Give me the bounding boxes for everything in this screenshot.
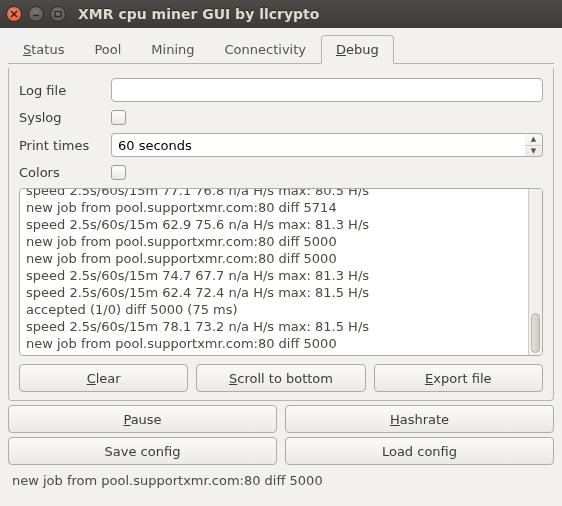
- log-scrollbar[interactable]: [528, 189, 542, 355]
- syslog-label: Syslog: [19, 110, 101, 125]
- log-line: speed 2.5s/60s/15m 62.9 75.6 n/a H/s max…: [26, 216, 522, 233]
- clear-button[interactable]: Clear: [19, 364, 188, 392]
- maximize-icon[interactable]: [50, 6, 66, 22]
- spin-down-icon[interactable]: ▼: [525, 146, 542, 157]
- log-line: new job from pool.supportxmr.com:80 diff…: [26, 250, 522, 267]
- tab-mining[interactable]: Mining: [136, 35, 209, 64]
- tab-pool[interactable]: Pool: [79, 35, 136, 64]
- debug-panel: Log file Syslog Print times ▲ ▼ Colors: [8, 68, 554, 401]
- logfile-label: Log file: [19, 83, 101, 98]
- scroll-bottom-button[interactable]: Scroll to bottom: [196, 364, 365, 392]
- svg-rect-0: [55, 12, 61, 17]
- save-config-button[interactable]: Save config: [8, 437, 277, 465]
- log-line: accepted (1/0) diff 5000 (75 ms): [26, 301, 522, 318]
- log-line: speed 2.5s/60s/15m 62.4 72.4 n/a H/s max…: [26, 284, 522, 301]
- tab-connectivity[interactable]: Connectivity: [210, 35, 321, 64]
- log-line: new job from pool.supportxmr.com:80 diff…: [26, 335, 522, 352]
- hashrate-button[interactable]: Hashrate: [285, 405, 554, 433]
- colors-label: Colors: [19, 165, 101, 180]
- tab-status[interactable]: Status: [8, 35, 79, 64]
- tab-debug[interactable]: Debug: [321, 35, 394, 64]
- window-title: XMR cpu miner GUI by llcrypto: [78, 6, 319, 22]
- statusbar: new job from pool.supportxmr.com:80 diff…: [8, 469, 554, 490]
- minimize-icon[interactable]: [28, 6, 44, 22]
- pause-button[interactable]: Pause: [8, 405, 277, 433]
- printtimes-label: Print times: [19, 138, 101, 153]
- logfile-input[interactable]: [111, 78, 543, 102]
- syslog-checkbox[interactable]: [111, 110, 126, 125]
- log-line: new job from pool.supportxmr.com:80 diff…: [26, 199, 522, 216]
- colors-checkbox[interactable]: [111, 165, 126, 180]
- tabbar: StatusPoolMiningConnectivityDebug: [8, 34, 554, 64]
- close-icon[interactable]: [6, 6, 22, 22]
- log-line: speed 2.5s/60s/15m 74.7 67.7 n/a H/s max…: [26, 267, 522, 284]
- export-file-button[interactable]: Export file: [374, 364, 543, 392]
- printtimes-input[interactable]: [111, 133, 525, 157]
- log-line: new job from pool.supportxmr.com:80 diff…: [26, 233, 522, 250]
- log-line: speed 2.5s/60s/15m 78.1 73.2 n/a H/s max…: [26, 318, 522, 335]
- log-output: speed 2.5s/60s/15m 77.1 76.8 n/a H/s max…: [19, 188, 543, 356]
- spin-up-icon[interactable]: ▲: [525, 134, 542, 146]
- load-config-button[interactable]: Load config: [285, 437, 554, 465]
- log-line: speed 2.5s/60s/15m 77.1 76.8 n/a H/s max…: [26, 189, 522, 199]
- titlebar: XMR cpu miner GUI by llcrypto: [0, 0, 562, 28]
- printtimes-spinbox[interactable]: ▲ ▼: [111, 133, 543, 157]
